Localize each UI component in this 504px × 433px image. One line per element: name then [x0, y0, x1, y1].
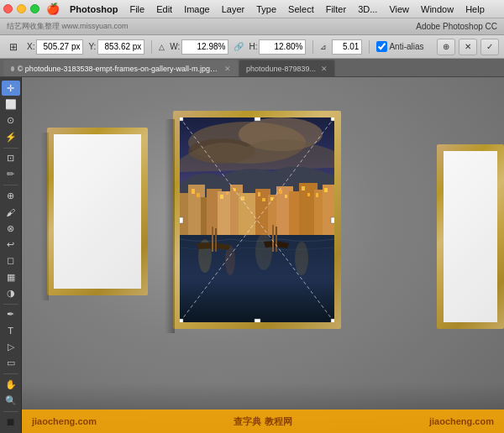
watermark-center: 查字典 教程网	[234, 415, 291, 428]
menu-bar: 🍎 Photoshop File Edit Image Layer Type S…	[0, 0, 504, 18]
tab-bar: © photodune-3183538-empt-frames-on-galle…	[0, 59, 504, 77]
w-field: W:	[170, 39, 228, 55]
tab-close-icon[interactable]: ✕	[224, 65, 231, 73]
tool-eraser[interactable]: ◻	[2, 253, 20, 269]
menu-layer[interactable]: Layer	[217, 3, 250, 16]
tab-active[interactable]: © photodune-3183538-empt-frames-on-galle…	[3, 60, 239, 76]
tool-path-select[interactable]: ▷	[2, 339, 20, 354]
menu-edit[interactable]: Edit	[151, 3, 177, 16]
traffic-lights	[3, 4, 39, 13]
tool-separator-4	[3, 373, 18, 374]
tool-text[interactable]: T	[2, 323, 20, 338]
tool-healing[interactable]: ⊕	[2, 188, 20, 203]
svg-rect-45	[331, 117, 334, 121]
menu-items: Photoshop File Edit Image Layer Type Sel…	[65, 3, 501, 16]
tab-active-label: © photodune-3183538-empt-frames-on-galle…	[18, 65, 219, 73]
watermark-right: jiaocheng.com	[429, 416, 494, 426]
h-input[interactable]	[259, 39, 306, 55]
h-field: H:	[249, 39, 306, 55]
divider-1	[151, 40, 152, 54]
menu-view[interactable]: View	[384, 3, 414, 16]
svg-rect-51	[331, 217, 334, 223]
frame-left-inner	[54, 134, 141, 289]
w-label: W:	[170, 42, 180, 51]
divider-3	[369, 40, 370, 54]
tool-marquee-rect[interactable]: ⬜	[2, 97, 20, 112]
tab-second-close-icon[interactable]: ✕	[321, 65, 328, 73]
maximize-button[interactable]	[30, 4, 39, 13]
y-field: Y:	[88, 39, 144, 55]
cancel-transform-button[interactable]: ✕	[459, 39, 477, 55]
transform-icon[interactable]: ⊞	[5, 39, 22, 55]
watermark-left: jiaocheng.com	[32, 416, 97, 426]
x-input[interactable]	[36, 39, 83, 55]
tool-zoom[interactable]: 🔍	[2, 393, 20, 408]
anti-alias-checkbox[interactable]	[376, 41, 387, 52]
x-field: X:	[27, 39, 83, 55]
link-icon[interactable]: 🔗	[234, 42, 244, 51]
close-button[interactable]	[3, 4, 13, 13]
apple-icon[interactable]: 🍎	[46, 3, 60, 15]
svg-rect-46	[180, 319, 183, 322]
menu-filter[interactable]: Filter	[321, 3, 351, 16]
tool-eyedropper[interactable]: ✏	[2, 167, 20, 182]
menu-file[interactable]: File	[124, 3, 150, 16]
tab-modified-dot	[11, 66, 14, 71]
left-toolbar: ✛ ⬜ ⊙ ⚡ ⊡ ✏ ⊕ 🖌 ⊗ ↩ ◻ ▦ ◑ ✒ T ▷ ▭ ✋ 🔍 ■	[0, 77, 22, 433]
main-area: ✛ ⬜ ⊙ ⚡ ⊡ ✏ ⊕ 🖌 ⊗ ↩ ◻ ▦ ◑ ✒ T ▷ ▭ ✋ 🔍 ■	[0, 77, 504, 433]
tool-dodge[interactable]: ◑	[2, 285, 20, 300]
svg-rect-47	[331, 319, 334, 322]
menu-3d[interactable]: 3D...	[353, 3, 382, 16]
tool-foreground-color[interactable]: ■	[2, 415, 20, 430]
ps-bar: 结艺网收集整理 www.missyuan.com Adobe Photoshop…	[0, 18, 504, 35]
menu-app-name[interactable]: Photoshop	[65, 3, 123, 16]
frame-left	[47, 128, 148, 295]
w-input[interactable]	[181, 39, 228, 55]
ps-bar-right-text: 结艺网收集整理 www.missyuan.com	[7, 21, 129, 32]
angle-icon: ⊿	[320, 43, 327, 51]
anti-alias-label: Anti-alias	[389, 42, 423, 51]
tool-history-brush[interactable]: ↩	[2, 237, 20, 252]
triangle-icon: △	[159, 43, 165, 51]
menu-help[interactable]: Help	[460, 3, 490, 16]
tab-second-label: photodune-879839...	[246, 65, 316, 73]
confirm-transform-button[interactable]: ✓	[480, 39, 499, 55]
tool-separator-3	[3, 304, 18, 305]
tool-crop[interactable]: ⊡	[2, 150, 20, 165]
menu-window[interactable]: Window	[416, 3, 459, 16]
tool-shape[interactable]: ▭	[2, 356, 20, 371]
tool-separator-5	[3, 411, 18, 412]
menu-select[interactable]: Select	[283, 3, 319, 16]
y-label: Y:	[88, 42, 96, 51]
tool-lasso[interactable]: ⊙	[2, 113, 20, 128]
h-label: H:	[249, 42, 257, 51]
tool-separator-1	[3, 148, 18, 149]
y-input[interactable]	[97, 39, 144, 55]
frame-center[interactable]	[173, 111, 341, 329]
options-bar: ⊞ X: Y: △ W: 🔗 H: ⊿ Anti-alias ⊕ ✕ ✓	[0, 35, 504, 59]
tab-second[interactable]: photodune-879839... ✕	[239, 60, 335, 76]
menu-image[interactable]: Image	[179, 3, 215, 16]
ps-bar-title: Adobe Photoshop CC	[416, 22, 497, 31]
tool-pen[interactable]: ✒	[2, 307, 20, 322]
frame-center-inner	[180, 117, 334, 322]
svg-rect-48	[255, 117, 260, 121]
tool-quick-select[interactable]: ⚡	[2, 129, 20, 144]
canvas-area[interactable]: jiaocheng.com 查字典 教程网 jiaocheng.com	[22, 77, 504, 433]
tool-hand[interactable]: ✋	[2, 377, 20, 392]
tool-separator-2	[3, 185, 18, 185]
svg-rect-49	[255, 319, 260, 322]
minimize-button[interactable]	[17, 4, 26, 13]
svg-rect-44	[180, 117, 183, 121]
tool-gradient[interactable]: ▦	[2, 269, 20, 284]
watermark-bar: jiaocheng.com 查字典 教程网 jiaocheng.com	[22, 410, 504, 433]
tool-brush[interactable]: 🖌	[2, 204, 20, 219]
angle-input[interactable]	[332, 39, 362, 55]
frame-right-inner	[444, 151, 497, 322]
tool-clone[interactable]: ⊗	[2, 221, 20, 236]
cursor-icon[interactable]: ⊕	[437, 39, 455, 55]
anti-alias-check[interactable]: Anti-alias	[376, 41, 423, 52]
x-label: X:	[27, 42, 34, 51]
tool-move[interactable]: ✛	[2, 81, 20, 96]
menu-type[interactable]: Type	[251, 3, 281, 16]
